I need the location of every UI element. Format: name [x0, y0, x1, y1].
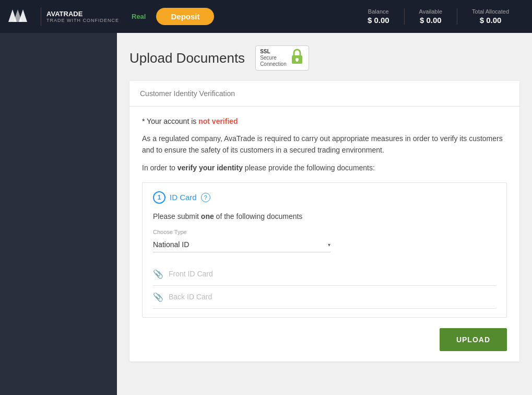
total-allocated-value: $ 0.00 — [472, 16, 509, 25]
type-select-wrapper: National ID Passport Driver's License ▾ — [153, 237, 330, 252]
page-title: Upload Documents — [129, 50, 245, 66]
not-verified-prefix: * Your account is — [142, 117, 198, 125]
id-card-label: ID Card — [170, 193, 197, 202]
brand-name: AVATRADE — [46, 10, 119, 18]
submit-text: Please submit one of the following docum… — [153, 212, 496, 220]
step-circle: 1 — [153, 191, 165, 204]
info-paragraph: As a regulated company, AvaTrade is requ… — [142, 133, 507, 156]
submit-prefix: Please submit — [153, 212, 201, 220]
upload-button[interactable]: UPLOAD — [440, 328, 507, 351]
ssl-text: SSL Secure Connection — [260, 49, 287, 67]
back-id-label: Back ID Card — [169, 293, 212, 301]
available-label: Available — [419, 8, 442, 15]
logo-area: AVATRADE TRADE WITH CONFIDENCE — [8, 7, 119, 26]
sidebar — [0, 33, 117, 395]
ssl-line2: Secure — [260, 55, 287, 61]
svg-marker-2 — [19, 9, 27, 22]
front-id-upload[interactable]: 📎 Front ID Card — [153, 263, 496, 286]
balance-value: $ 0.00 — [368, 16, 389, 25]
verify-paragraph: In order to verify your identity please … — [142, 164, 507, 172]
stat-available: Available $ 0.00 — [405, 8, 457, 25]
total-allocated-label: Total Allocated — [472, 8, 509, 15]
submit-suffix: of the following documents — [214, 212, 303, 220]
section-title: Customer Identity Verification — [140, 89, 235, 98]
submit-bold: one — [201, 212, 214, 220]
stat-total-allocated: Total Allocated $ 0.00 — [457, 8, 524, 25]
ssl-badge: SSL Secure Connection — [255, 45, 309, 71]
logo-divider — [41, 7, 41, 26]
verification-card: Customer Identity Verification * Your ac… — [129, 81, 519, 362]
type-select[interactable]: National ID Passport Driver's License — [153, 237, 330, 252]
paperclip-back-icon: 📎 — [153, 292, 163, 302]
header-stats: Balance $ 0.00 Available $ 0.00 Total Al… — [353, 8, 524, 25]
available-value: $ 0.00 — [419, 16, 442, 25]
header: AVATRADE TRADE WITH CONFIDENCE Real Depo… — [0, 0, 532, 33]
choose-type-group: Choose Type National ID Passport Driver'… — [153, 229, 496, 252]
account-type-badge: Real — [132, 13, 146, 20]
verify-bold: verify your identity — [178, 164, 243, 172]
balance-label: Balance — [368, 8, 389, 15]
help-icon[interactable]: ? — [201, 193, 210, 202]
brand-tagline: TRADE WITH CONFIDENCE — [46, 18, 119, 23]
brand-text: AVATRADE TRADE WITH CONFIDENCE — [46, 10, 119, 24]
ssl-line1: SSL — [260, 49, 287, 55]
id-card-section: 1 ID Card ? Please submit one of the fol… — [142, 182, 507, 318]
verify-suffix: please provide the following documents: — [243, 164, 375, 172]
deposit-button[interactable]: Deposit — [156, 8, 214, 25]
verify-prefix: In order to — [142, 164, 178, 172]
paperclip-front-icon: 📎 — [153, 269, 163, 279]
not-verified-paragraph: * Your account is not verified — [142, 117, 507, 125]
button-area: UPLOAD — [142, 328, 507, 351]
card-header: Customer Identity Verification — [129, 81, 519, 107]
choose-type-label: Choose Type — [153, 229, 496, 235]
id-card-header: 1 ID Card ? — [153, 191, 496, 204]
ssl-line3: Connection — [260, 61, 287, 67]
ssl-lock-icon — [290, 48, 304, 68]
page-header: Upload Documents SSL Secure Connection — [129, 45, 519, 71]
front-id-label: Front ID Card — [169, 270, 213, 278]
back-id-upload[interactable]: 📎 Back ID Card — [153, 286, 496, 309]
svg-rect-5 — [296, 60, 298, 62]
page-area: Upload Documents SSL Secure Connection — [117, 33, 532, 395]
ava-logo-icon — [8, 7, 36, 26]
not-verified-status: not verified — [198, 117, 238, 125]
stat-balance: Balance $ 0.00 — [353, 8, 405, 25]
card-body: * Your account is not verified As a regu… — [129, 107, 519, 362]
